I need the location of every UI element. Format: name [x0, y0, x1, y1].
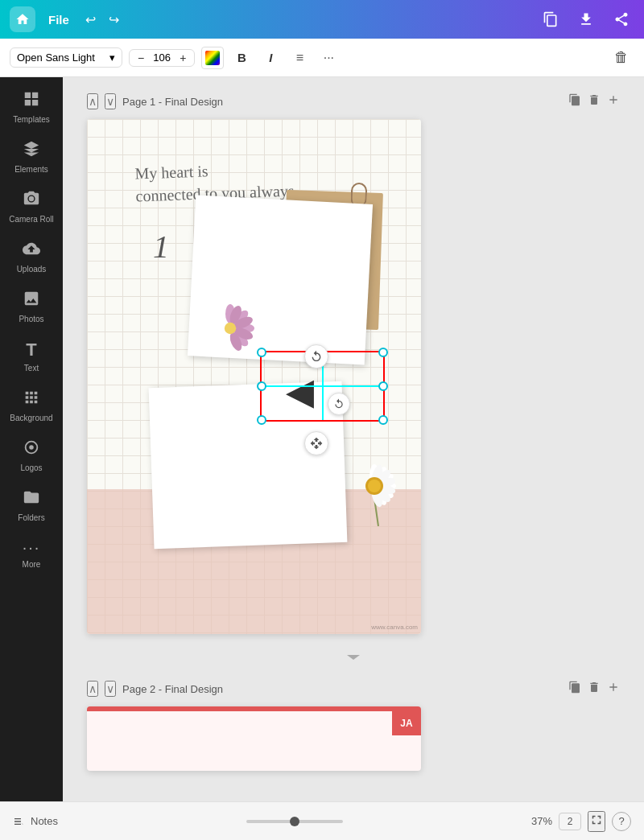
- sidebar-item-camera-roll[interactable]: Camera Roll: [3, 183, 60, 230]
- duplicate-icon[interactable]: [538, 6, 564, 32]
- main-layout: Templates Elements Camera Roll: [0, 77, 644, 801]
- page2-block: ∧ ∨ Page 2 - Final Design: [87, 681, 620, 771]
- undo-button[interactable]: ↩: [82, 9, 99, 31]
- zoom-percent: 37%: [531, 815, 552, 827]
- page2-collapse-down[interactable]: ∨: [105, 681, 116, 697]
- redo-button[interactable]: ↪: [105, 9, 122, 31]
- sidebar-item-uploads[interactable]: Uploads: [3, 233, 60, 280]
- text-label: Text: [24, 364, 39, 373]
- status-bar: Notes 37% 2 ?: [0, 801, 644, 840]
- page1-delete-icon[interactable]: [588, 93, 601, 109]
- page1-copy-icon[interactable]: [568, 93, 581, 109]
- svg-point-1: [29, 445, 34, 450]
- right-rotate-handle[interactable]: [328, 393, 350, 415]
- zoom-thumb[interactable]: [290, 817, 299, 826]
- page2-add-icon[interactable]: [607, 681, 620, 697]
- page1-add-icon[interactable]: [607, 93, 620, 109]
- page1-canvas[interactable]: My heart is connected to you always. 1: [87, 119, 421, 634]
- sidebar-item-photos[interactable]: Photos: [3, 283, 60, 330]
- page2-delete-icon[interactable]: [588, 681, 601, 697]
- page2-collapse-up[interactable]: ∧: [87, 681, 98, 697]
- background-label: Background: [10, 414, 52, 422]
- font-dropdown-icon: ▾: [109, 51, 115, 64]
- svg-point-25: [368, 480, 381, 492]
- watermark: www.canva.com: [371, 624, 418, 631]
- zoom-slider[interactable]: [246, 820, 343, 823]
- notes-label: Notes: [31, 815, 58, 827]
- page1-title: Page 1 - Final Design: [122, 96, 223, 108]
- logos-label: Logos: [20, 463, 42, 472]
- text-color-indicator: [205, 51, 220, 65]
- text-color-button[interactable]: [201, 47, 224, 69]
- polaroid1-photo: [202, 202, 366, 211]
- bold-button[interactable]: B: [230, 47, 253, 69]
- italic-button[interactable]: I: [259, 47, 282, 69]
- home-button[interactable]: [10, 6, 35, 32]
- help-button[interactable]: ?: [612, 812, 631, 831]
- sidebar-item-more[interactable]: ··· More: [3, 532, 60, 575]
- photos-label: Photos: [19, 315, 43, 323]
- align-button[interactable]: ≡: [288, 47, 311, 69]
- zoom-slider-area: [64, 820, 525, 823]
- number-element[interactable]: 1: [153, 228, 169, 266]
- font-size-control: − 106 +: [129, 49, 195, 67]
- sidebar-item-logos[interactable]: Logos: [3, 432, 60, 479]
- canvas-area: ∧ ∨ Page 1 - Final Design: [63, 77, 644, 801]
- pink-flower: [206, 304, 254, 362]
- page1-collapse-down[interactable]: ∨: [105, 93, 116, 109]
- more-options-button[interactable]: ···: [317, 47, 340, 69]
- uploads-label: Uploads: [17, 265, 47, 274]
- page1-block: ∧ ∨ Page 1 - Final Design: [87, 93, 620, 634]
- page1-collapse-up[interactable]: ∧: [87, 93, 98, 109]
- top-right-actions: [538, 6, 634, 32]
- page2-copy-icon[interactable]: [568, 681, 581, 697]
- folders-label: Folders: [18, 513, 44, 522]
- uploads-icon: [23, 240, 40, 261]
- rotate-control[interactable]: [304, 344, 328, 369]
- sidebar-item-background[interactable]: Background: [3, 382, 60, 429]
- sidebar-item-text[interactable]: T Text: [3, 333, 60, 379]
- font-size-decrease[interactable]: −: [134, 51, 147, 64]
- format-toolbar: Open Sans Light ▾ − 106 + B I ≡ ··· 🗑: [0, 39, 644, 77]
- text-icon: T: [26, 340, 36, 360]
- background-icon: [23, 389, 40, 410]
- file-menu-button[interactable]: File: [48, 13, 69, 27]
- status-right: 2 ?: [559, 811, 631, 832]
- share-icon[interactable]: [609, 6, 634, 32]
- triangle-element[interactable]: ◀: [287, 373, 312, 412]
- notes-button[interactable]: Notes: [13, 815, 58, 828]
- sidebar: Templates Elements Camera Roll: [0, 77, 63, 801]
- font-size-increase[interactable]: +: [176, 51, 189, 64]
- page-indicator: 2: [559, 813, 581, 830]
- page2-header-icons: [568, 681, 620, 697]
- font-selector[interactable]: Open Sans Light ▾: [10, 47, 122, 68]
- page2-header: ∧ ∨ Page 2 - Final Design: [87, 681, 620, 697]
- more-label: More: [23, 560, 41, 569]
- expand-button[interactable]: [588, 811, 605, 832]
- page2-ja-badge: JA: [392, 711, 421, 735]
- move-control[interactable]: [304, 431, 328, 455]
- font-size-value: 106: [151, 51, 173, 64]
- templates-icon: [23, 90, 40, 112]
- polaroid2[interactable]: [149, 381, 348, 549]
- elements-icon: [23, 140, 40, 162]
- folders-icon: [23, 488, 40, 510]
- page2-title: Page 2 - Final Design: [122, 683, 223, 695]
- download-icon[interactable]: [573, 6, 599, 32]
- logos-icon: [23, 439, 40, 460]
- page2-canvas[interactable]: JA: [87, 706, 421, 771]
- svg-point-10: [225, 323, 236, 334]
- sidebar-item-folders[interactable]: Folders: [3, 482, 60, 529]
- page1-header-icons: [568, 93, 620, 109]
- elements-label: Elements: [14, 165, 48, 174]
- sidebar-item-elements[interactable]: Elements: [3, 134, 60, 180]
- photos-icon: [23, 290, 40, 311]
- templates-label: Templates: [13, 115, 50, 124]
- camera-roll-label: Camera Roll: [9, 215, 54, 224]
- top-toolbar: File ↩ ↪: [0, 0, 644, 39]
- undo-redo-group: ↩ ↪: [82, 9, 122, 31]
- sidebar-item-templates[interactable]: Templates: [3, 84, 60, 130]
- delete-button[interactable]: 🗑: [609, 45, 634, 71]
- daisy-flower: [345, 454, 405, 529]
- more-icon: ···: [23, 538, 41, 557]
